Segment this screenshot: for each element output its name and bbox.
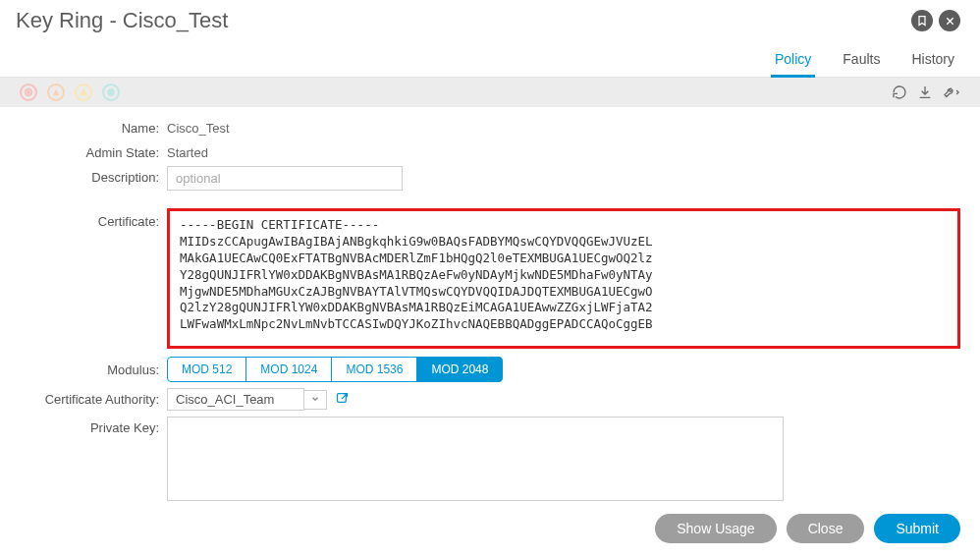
toolbar [0,78,980,107]
certificate-label: Certificate: [20,208,167,229]
name-value: Cisco_Test [167,117,230,136]
modulus-label: Modulus: [20,362,167,377]
show-usage-button[interactable]: Show Usage [655,514,776,543]
modulus-option-1536[interactable]: MOD 1536 [331,357,417,382]
certificate-textarea[interactable] [180,217,948,335]
tab-row: Policy Faults History [0,41,980,78]
certificate-highlight-box [167,208,960,349]
bookmark-icon[interactable] [911,10,933,31]
name-label: Name: [20,117,167,136]
admin-state-value: Started [167,141,208,160]
tab-faults[interactable]: Faults [841,47,882,77]
admin-state-label: Admin State: [20,141,167,160]
modulus-option-2048[interactable]: MOD 2048 [416,357,503,382]
tab-history[interactable]: History [909,47,956,77]
cert-authority-label: Certificate Authority: [20,392,167,407]
description-input[interactable] [167,166,403,191]
modulus-group: MOD 512 MOD 1024 MOD 1536 MOD 2048 [167,357,503,382]
submit-button[interactable]: Submit [874,514,960,543]
modulus-option-1024[interactable]: MOD 1024 [245,357,332,382]
cert-authority-select[interactable]: Cisco_ACI_Team [167,388,304,411]
fault-minor-icon[interactable] [75,84,92,101]
modulus-option-512[interactable]: MOD 512 [167,357,246,382]
open-link-icon[interactable] [335,391,350,409]
private-key-label: Private Key: [20,417,167,435]
tab-policy[interactable]: Policy [773,47,813,77]
svg-point-1 [107,88,115,96]
fault-major-icon[interactable] [47,84,65,101]
fault-warning-icon[interactable] [102,84,120,101]
tools-icon[interactable] [943,84,960,100]
close-icon[interactable] [939,10,960,31]
refresh-icon[interactable] [892,84,907,100]
description-label: Description: [20,166,167,185]
chevron-down-icon[interactable] [304,390,327,410]
page-title: Key Ring - Cisco_Test [16,8,228,33]
fault-critical-icon[interactable] [20,84,37,101]
svg-rect-2 [338,393,347,402]
download-icon[interactable] [917,84,933,100]
private-key-textarea[interactable] [167,417,784,501]
close-button[interactable]: Close [787,514,865,543]
